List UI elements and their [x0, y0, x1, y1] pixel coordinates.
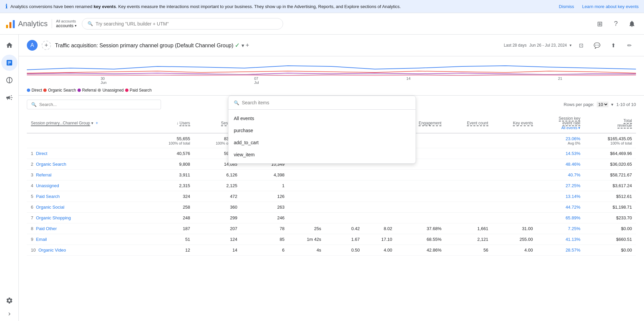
col-header-channel[interactable]: Session primary...Channel Group ▾ +: [27, 113, 147, 133]
row-key-events-1: [492, 148, 537, 159]
table-search-wrap[interactable]: 🔍: [27, 100, 161, 109]
dropdown-search-area[interactable]: 🔍: [228, 96, 416, 110]
row-channel-name-2[interactable]: Organic Search: [36, 162, 66, 167]
dismiss-button[interactable]: Dismiss: [559, 4, 574, 9]
dropdown-item-all-events[interactable]: All events: [228, 112, 416, 124]
sidebar-item-explore[interactable]: [1, 72, 17, 88]
dropdown-arrow-icon[interactable]: ▾: [241, 43, 244, 48]
x-label-3: 14: [407, 76, 411, 85]
insights-button[interactable]: 💬: [590, 39, 604, 52]
dropdown-item-add-to-cart[interactable]: add_to_cart: [228, 137, 416, 149]
search-bar[interactable]: 🔍: [82, 18, 283, 30]
row-event-count-8: 1,661: [445, 223, 492, 234]
col-header-total-revenue[interactable]: Totalrevenue: [584, 113, 636, 133]
row-total-revenue-3: $58,721.67: [584, 170, 636, 180]
chevron-down-icon: ▾: [611, 102, 613, 107]
row-channel-6: 6Organic Social: [27, 202, 147, 213]
row-key-events-3: [492, 170, 537, 180]
help-icon-button[interactable]: ?: [609, 17, 623, 31]
row-channel-1: 1Direct: [27, 148, 147, 159]
dropdown-search-icon: 🔍: [234, 100, 239, 105]
date-range-dropdown-icon[interactable]: ▾: [570, 43, 572, 48]
row-channel-name-5[interactable]: Paid Search: [36, 194, 60, 199]
legend-paid-search[interactable]: Paid Search: [125, 88, 152, 93]
row-engaged-per-8: 0.42: [325, 223, 364, 234]
row-session-key-rate-4: 27.25%: [537, 180, 585, 191]
row-channel-name-6[interactable]: Organic Social: [36, 205, 64, 210]
legend-direct[interactable]: Direct: [27, 88, 42, 93]
page-header: A + Traffic acquisition: Session primary…: [19, 35, 644, 56]
bold-text: key events: [94, 4, 116, 9]
row-session-key-rate-1: 14.53%: [537, 148, 585, 159]
legend-organic-search[interactable]: Organic Search: [43, 88, 76, 93]
row-engaged-per-4: [325, 180, 364, 191]
col-header-event-count[interactable]: Event count: [445, 113, 492, 133]
row-engagement-6: [396, 202, 445, 213]
row-event-count-5: [445, 191, 492, 202]
row-channel-name-9[interactable]: Email: [36, 237, 47, 242]
edit-button[interactable]: ✏: [623, 39, 636, 52]
total-users-pct: 100% of total: [151, 141, 190, 145]
dropdown-search-input[interactable]: [242, 100, 410, 105]
share-button[interactable]: ⬆: [606, 39, 620, 52]
events-dropdown-panel[interactable]: 🔍 All events purchase add_to_cart view_i…: [228, 96, 416, 164]
row-num-2: 2: [31, 162, 36, 167]
x-label-2: 07Jul: [254, 76, 259, 85]
sidebar-item-reports[interactable]: [1, 55, 17, 71]
row-users-9: 51: [147, 234, 194, 245]
learn-more-link[interactable]: Learn more about key events: [582, 4, 639, 9]
sidebar: [0, 35, 19, 321]
add-comparison-button[interactable]: +: [42, 41, 51, 50]
col-header-key-events[interactable]: Key events: [492, 113, 537, 133]
row-session-key-rate-10: 28.57%: [537, 245, 585, 256]
row-channel-name-4[interactable]: Unassigned: [36, 183, 59, 188]
row-engaged-sessions-5: 126: [241, 191, 288, 202]
legend-referral[interactable]: Referral: [77, 88, 97, 93]
row-total-revenue-1: $64,469.96: [584, 148, 636, 159]
row-users-5: 324: [147, 191, 194, 202]
row-channel-name-3[interactable]: Referral: [36, 172, 51, 177]
row-engagement-7: [396, 213, 445, 223]
legend-dot-referral: [77, 89, 81, 92]
table-row: 6Organic Social 258 360 263 44.72% $1,19…: [27, 202, 636, 213]
apps-icon-button[interactable]: ⊞: [593, 17, 606, 31]
row-channel-name-8[interactable]: Paid Other: [36, 226, 57, 231]
table-search-input[interactable]: [39, 102, 157, 107]
row-event-count-9: 2,121: [445, 234, 492, 245]
row-channel-name-7[interactable]: Organic Shopping: [36, 215, 71, 220]
account-selector[interactable]: All accounts accounts ▾: [52, 19, 76, 28]
row-engaged-sessions-7: 246: [241, 213, 288, 223]
row-num-4: 4: [31, 183, 36, 188]
sidebar-expand-button[interactable]: [1, 309, 17, 319]
x-label-4: 21: [558, 76, 562, 85]
row-event-count-3: [445, 170, 492, 180]
row-event-count-1: [445, 148, 492, 159]
col-header-users[interactable]: ↓ Users: [147, 113, 194, 133]
rows-per-page-select[interactable]: 10 25 50: [597, 102, 608, 107]
comparison-view-button[interactable]: ⊡: [574, 39, 588, 52]
dropdown-item-view-item[interactable]: view_item: [228, 149, 416, 161]
search-input[interactable]: [96, 21, 277, 26]
verified-icon: ✓: [235, 42, 240, 49]
svg-rect-1: [9, 22, 11, 28]
chart-legend: Direct Organic Search Referral Unassigne…: [27, 86, 636, 95]
notifications-icon-button[interactable]: [625, 17, 639, 31]
row-avg-4: [288, 180, 325, 191]
col-header-session-key-rate[interactable]: Session keyevent rate All events ▾: [537, 113, 585, 133]
add-icon[interactable]: +: [246, 42, 249, 49]
row-channel-name-1[interactable]: Direct: [36, 151, 47, 156]
row-events-3: [364, 170, 396, 180]
dropdown-item-purchase[interactable]: purchase: [228, 124, 416, 137]
row-engagement-4: [396, 180, 445, 191]
page-title-text: Traffic acquisition: Session primary cha…: [55, 43, 233, 48]
sidebar-item-advertising[interactable]: [1, 90, 17, 106]
row-engaged-sessions-10: 6: [241, 245, 288, 256]
sidebar-item-admin[interactable]: [1, 292, 17, 309]
legend-unassigned[interactable]: Unassigned: [98, 88, 123, 93]
sidebar-item-home[interactable]: [1, 37, 17, 53]
row-sessions-10: 14: [194, 245, 241, 256]
row-session-key-rate-6: 44.72%: [537, 202, 585, 213]
avatar-button[interactable]: A: [27, 40, 38, 51]
date-range: Last 28 days Jun 26 - Jul 23, 2024 ▾: [504, 43, 572, 48]
row-channel-name-10[interactable]: Organic Video: [38, 248, 66, 253]
